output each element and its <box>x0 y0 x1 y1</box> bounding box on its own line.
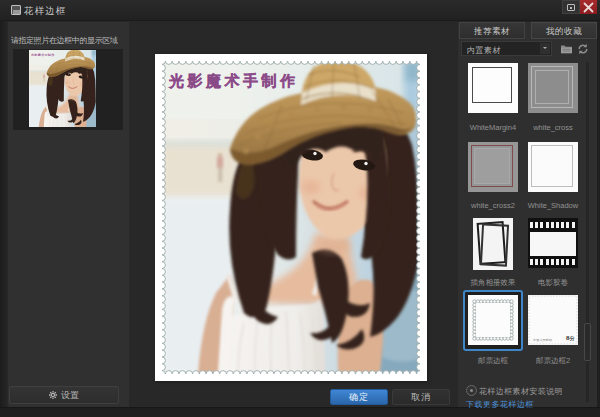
svg-text:光影魔术手制作: 光影魔术手制作 <box>31 53 55 57</box>
svg-text:光影魔术手制作: 光影魔术手制作 <box>168 72 299 89</box>
svg-text:中国人民邮政: 中国人民邮政 <box>533 338 553 342</box>
svg-text:8分: 8分 <box>566 334 576 342</box>
